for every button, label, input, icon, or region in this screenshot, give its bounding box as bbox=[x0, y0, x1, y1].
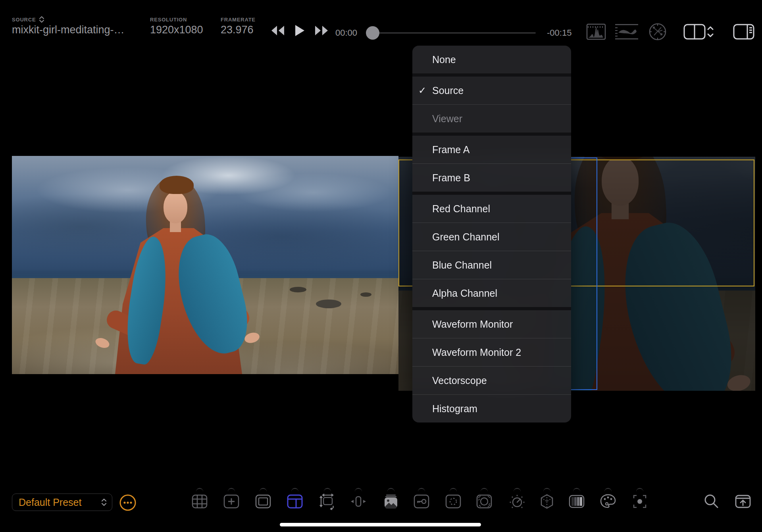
menu-item-viewer[interactable]: Viewer bbox=[412, 105, 571, 133]
scrubber-thumb[interactable] bbox=[366, 26, 379, 40]
menu-group-separator bbox=[412, 307, 571, 310]
fast-forward-button[interactable] bbox=[314, 25, 329, 36]
chevron-up-down-icon bbox=[101, 498, 107, 507]
photos-tool-button[interactable] bbox=[381, 492, 400, 511]
search-icon bbox=[702, 492, 721, 511]
export-button[interactable] bbox=[733, 492, 752, 511]
rewind-button[interactable] bbox=[270, 25, 286, 36]
side-panel-icon[interactable] bbox=[733, 22, 754, 41]
framerate-label: FRAMERATE bbox=[221, 17, 256, 23]
checkmark-icon: ✓ bbox=[418, 85, 426, 96]
transport-controls bbox=[270, 25, 329, 36]
menu-item-blue-channel[interactable]: Blue Channel bbox=[412, 251, 571, 279]
menu-item-waveform-monitor-2[interactable]: Waveform Monitor 2 bbox=[412, 338, 571, 366]
add-tool-button[interactable] bbox=[222, 492, 241, 511]
menu-item-frame-b[interactable]: Frame B bbox=[412, 164, 571, 192]
menu-item-source[interactable]: ✓ Source bbox=[412, 77, 571, 104]
export-icon bbox=[733, 492, 752, 511]
vignette-tool-button[interactable] bbox=[475, 492, 494, 511]
menu-group-separator bbox=[412, 73, 571, 77]
preset-selector[interactable]: Default Preset bbox=[12, 494, 112, 511]
grid-icon bbox=[190, 492, 209, 511]
menu-item-histogram[interactable]: Histogram bbox=[412, 395, 571, 423]
rock bbox=[316, 300, 341, 308]
palette-icon bbox=[598, 492, 618, 511]
rock bbox=[290, 287, 306, 292]
menu-item-waveform-monitor[interactable]: Waveform Monitor bbox=[412, 310, 571, 338]
vectorscope-icon[interactable] bbox=[648, 22, 667, 41]
key-icon bbox=[412, 492, 431, 511]
menu-item-green-channel[interactable]: Green Channel bbox=[412, 223, 571, 251]
waveform-icon[interactable] bbox=[614, 23, 639, 40]
menu-group-separator bbox=[412, 192, 571, 195]
source-selector[interactable]: SOURCE bbox=[12, 16, 44, 23]
dial-icon bbox=[508, 492, 527, 511]
source-label: SOURCE bbox=[12, 17, 36, 23]
vignette-icon bbox=[475, 492, 494, 511]
menu-item-alpha-channel[interactable]: Alpha Channel bbox=[412, 279, 571, 307]
layout-tool-button-selected[interactable] bbox=[285, 492, 304, 511]
menu-group-separator bbox=[412, 133, 571, 136]
play-button[interactable] bbox=[294, 25, 305, 36]
mask-tool-button[interactable] bbox=[444, 492, 463, 511]
remaining-time: -00:15 bbox=[547, 28, 572, 38]
tracker-icon bbox=[630, 492, 649, 511]
levels-tool-button[interactable] bbox=[567, 492, 586, 511]
histogram-icon[interactable] bbox=[586, 23, 606, 40]
menu-item-none[interactable]: None bbox=[412, 46, 571, 73]
preset-label: Default Preset bbox=[19, 497, 101, 508]
plus-icon bbox=[222, 492, 241, 511]
levels-icon bbox=[567, 492, 586, 511]
framerate-value: 23.976 bbox=[221, 24, 254, 36]
layout-icon bbox=[285, 492, 304, 511]
app-window: SOURCE mixkit-girl-meditating-… RESOLUTI… bbox=[0, 0, 762, 532]
current-time: 00:00 bbox=[335, 28, 357, 38]
chevron-up-down-icon bbox=[39, 16, 44, 23]
flip-icon bbox=[349, 492, 368, 511]
transform-tool-button[interactable] bbox=[318, 492, 337, 511]
home-indicator[interactable] bbox=[280, 523, 481, 526]
tracker-tool-button[interactable] bbox=[630, 492, 649, 511]
resolution-value: 1920x1080 bbox=[150, 24, 203, 36]
dial-tool-button[interactable] bbox=[508, 492, 527, 511]
resolution-label: RESOLUTION bbox=[150, 17, 187, 23]
transform-icon bbox=[318, 492, 337, 511]
view-mode-menu: None ✓ Source Viewer Frame A Frame B Red… bbox=[412, 46, 571, 423]
video-frame-source bbox=[12, 156, 398, 374]
grid-tool-button[interactable] bbox=[190, 492, 209, 511]
cube-icon bbox=[537, 492, 556, 511]
flip-tool-button[interactable] bbox=[349, 492, 368, 511]
viewer-frame-a bbox=[12, 156, 398, 374]
palette-tool-button[interactable] bbox=[598, 492, 618, 511]
frame-tool-button[interactable] bbox=[254, 492, 273, 511]
search-button[interactable] bbox=[702, 492, 721, 511]
mask-icon bbox=[444, 492, 463, 511]
split-view-icon[interactable] bbox=[683, 22, 714, 41]
frame-icon bbox=[254, 492, 273, 511]
menu-item-frame-a[interactable]: Frame A bbox=[412, 136, 571, 163]
menu-item-red-channel[interactable]: Red Channel bbox=[412, 195, 571, 223]
source-filename: mixkit-girl-meditating-… bbox=[12, 24, 125, 36]
scrubber-track[interactable] bbox=[375, 32, 536, 34]
menu-item-vectorscope[interactable]: Vectorscope bbox=[412, 367, 571, 394]
rock bbox=[360, 292, 371, 297]
cube-tool-button[interactable] bbox=[537, 492, 556, 511]
photos-icon bbox=[381, 492, 400, 511]
more-options-button[interactable] bbox=[119, 494, 137, 511]
key-tool-button[interactable] bbox=[412, 492, 431, 511]
